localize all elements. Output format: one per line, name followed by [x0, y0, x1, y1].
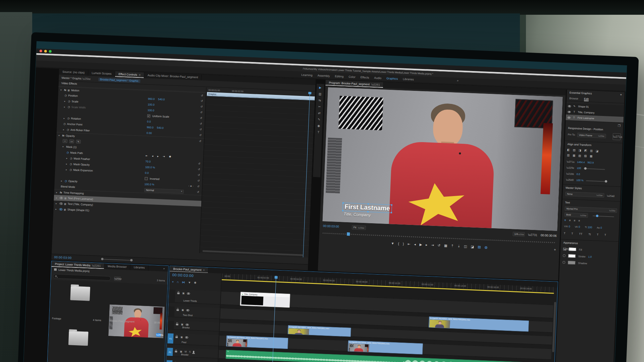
twirl-icon[interactable]: ▸ — [63, 127, 66, 132]
mask-tool-icon[interactable]: ▭ — [69, 139, 74, 143]
tab-edit[interactable]: Edit — [584, 98, 589, 102]
graphic-clip[interactable]: ●Title, Company — [240, 292, 290, 307]
checkbox[interactable] — [145, 177, 148, 180]
align-left-icon[interactable]: ◧ — [567, 148, 570, 152]
align-center-h-icon[interactable]: ▤ — [573, 148, 576, 152]
effect-value[interactable]: 0.0 — [145, 170, 149, 176]
track-lock-icon[interactable] — [175, 351, 177, 352]
mask-tool-icon[interactable]: ✎ — [76, 140, 81, 144]
stopwatch-icon[interactable]: ◷ — [70, 156, 72, 161]
search-input[interactable] — [53, 274, 111, 281]
track-name[interactable]: Brooke — [182, 326, 190, 329]
program-timecode[interactable]: 00:00:03:00 — [323, 224, 339, 228]
workspace-tab-editing[interactable]: Editing — [335, 74, 343, 78]
effect-value[interactable]: 100.0 % — [145, 164, 155, 170]
keyframe-timeline[interactable]: 00:00:01:00 00:00:02:00 Graphic — [199, 87, 315, 257]
mask-path-button[interactable]: ▸ — [157, 154, 159, 159]
effect-value[interactable]: 0.0 — [147, 119, 151, 124]
rotation-value[interactable]: 0.0 — [577, 173, 580, 176]
folder-icon-audio[interactable] — [68, 331, 89, 346]
stopwatch-icon[interactable]: ◷ — [70, 161, 72, 167]
stopwatch-icon[interactable]: ◷ — [67, 116, 70, 121]
all-caps-icon[interactable]: TT — [579, 232, 582, 235]
shadow-swatch[interactable] — [568, 261, 575, 264]
loop-button[interactable]: ↺ — [437, 243, 440, 247]
eye-icon[interactable] — [59, 202, 63, 205]
align-top-icon[interactable]: ◩ — [584, 149, 587, 152]
tab-overflow-icon[interactable]: » — [160, 265, 168, 272]
track-output-eye-icon[interactable] — [186, 323, 189, 325]
stopwatch-icon[interactable]: ◷ — [64, 93, 67, 98]
hand-tool[interactable]: ◉ — [317, 124, 320, 127]
fill-swatch[interactable] — [569, 247, 576, 251]
reset-parameter-icon[interactable]: ↺ — [197, 189, 199, 195]
track-name[interactable]: Lower Thirds — [183, 299, 197, 302]
effect-value[interactable]: 100.0 % — [144, 181, 154, 187]
mask-path-button[interactable]: ✱ — [169, 154, 171, 160]
selection-handle[interactable] — [342, 202, 344, 203]
twirl-icon[interactable]: ▸ — [56, 195, 58, 200]
export-frame-button[interactable]: ◫ — [464, 244, 467, 248]
fx-badge-icon[interactable]: fx — [64, 87, 66, 93]
track-targeting-icon[interactable]: ▣ — [180, 336, 183, 339]
mask-path-button[interactable]: ⇤ — [146, 153, 148, 159]
workspace-tab-color[interactable]: Color — [348, 75, 356, 78]
selection-handle[interactable] — [342, 210, 343, 211]
stopwatch-icon[interactable]: ◷ — [69, 167, 72, 173]
stroke-swatch[interactable] — [568, 254, 576, 258]
source-patch-v1[interactable]: V1 — [167, 333, 173, 344]
keyframe-playhead-handle[interactable] — [308, 92, 311, 94]
kerning-control[interactable]: VA 0 — [575, 225, 580, 229]
go-to-in-button[interactable]: ⇤ — [408, 242, 411, 246]
effect-value[interactable]: 540.0 — [157, 125, 164, 131]
pin-to-dropdown[interactable]: Video Frame\u25be — [577, 133, 606, 138]
track-lock-icon[interactable] — [176, 309, 179, 311]
reset-parameter-icon[interactable]: ↺ — [198, 167, 200, 172]
effect-value[interactable]: 100.0 — [147, 107, 154, 113]
track-lock-icon[interactable] — [177, 292, 179, 294]
workspace-tab-audio[interactable]: Audio — [374, 76, 381, 79]
reset-parameter-icon[interactable]: ↺ — [200, 121, 202, 127]
pen-tool[interactable]: ✎ — [318, 118, 320, 121]
track-name[interactable]: Brooke — [181, 353, 189, 356]
reset-parameter-icon[interactable]: ↺ — [199, 127, 202, 132]
distribute-left-icon[interactable]: ▧ — [578, 154, 581, 157]
step-forward-button[interactable]: ▸ — [426, 243, 427, 246]
reset-parameter-icon[interactable]: ↺ — [200, 104, 203, 110]
track-header-a2[interactable]: A2▣MSPaul — [166, 360, 218, 362]
opacity-value[interactable]: 100 % — [576, 179, 584, 182]
workspace-tab-graphics[interactable]: Graphics — [386, 76, 398, 80]
distribute-h-icon[interactable]: ▥ — [567, 154, 570, 157]
text-align-right-icon[interactable]: ≡ — [574, 219, 575, 222]
tab-source[interactable]: Source: (no clips) — [59, 69, 89, 76]
track-header-v2[interactable]: ▣Brooke — [167, 320, 219, 331]
ripple-edit-tool[interactable]: ⇆ — [318, 99, 321, 102]
button-editor-add[interactable]: + — [554, 247, 556, 251]
eye-icon[interactable] — [59, 208, 62, 210]
twirl-icon[interactable]: ▸ — [56, 189, 59, 195]
track-lock-icon[interactable] — [175, 336, 178, 338]
minimize-window-button[interactable] — [44, 50, 47, 53]
twirl-icon[interactable]: ▸ — [66, 156, 69, 161]
reset-parameter-icon[interactable]: ↺ — [200, 110, 203, 115]
faux-bold-icon[interactable]: T — [564, 232, 566, 235]
effect-value[interactable]: 960.0 — [148, 96, 155, 102]
mask-path-button[interactable]: ◂ — [152, 153, 154, 159]
eye-icon[interactable] — [568, 111, 571, 113]
video-clip[interactable]: fx Cam03-20170502_1924_R001/7001(001).mo… — [226, 336, 288, 349]
track-targeting-icon[interactable]: ▣ — [181, 308, 184, 311]
track-lock-icon[interactable] — [176, 323, 178, 325]
selection-tool[interactable]: ▶ — [319, 86, 321, 89]
twirl-icon[interactable]: ▸ — [64, 104, 67, 110]
twirl-icon[interactable]: ▸ — [66, 167, 68, 173]
annotation-button[interactable]: ◍ — [484, 245, 487, 249]
scale-slider[interactable] — [584, 168, 605, 170]
workspace-tab-effects[interactable]: Effects — [360, 75, 369, 79]
twirl-icon[interactable]: ▾ — [62, 144, 65, 149]
panel-menu-icon[interactable]: ≡ — [620, 93, 622, 96]
track-header-v4[interactable]: ▣Lower Thirds — [168, 289, 221, 304]
panel-menu-icon[interactable]: \u2261 — [92, 264, 101, 267]
keyframe-scrollbar[interactable] — [203, 250, 303, 256]
solo-button[interactable]: S — [189, 350, 191, 353]
twirl-icon[interactable]: ▸ — [55, 206, 58, 212]
